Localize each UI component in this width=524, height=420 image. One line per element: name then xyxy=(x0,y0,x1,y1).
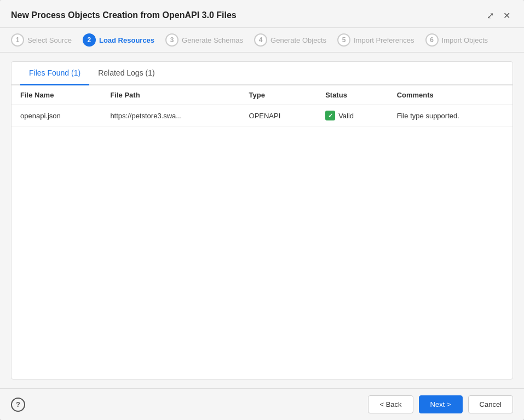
footer-right: < Back Next > Cancel xyxy=(368,395,513,413)
step-4-circle: 4 xyxy=(254,33,267,47)
footer: ? < Back Next > Cancel xyxy=(0,388,524,420)
tab-files-found[interactable]: Files Found (1) xyxy=(20,62,89,85)
step-5-number: 5 xyxy=(342,36,346,44)
step-2-label: Load Resources xyxy=(99,36,154,44)
step-6-label: Import Objects xyxy=(442,36,488,44)
step-3-label: Generate Schemas xyxy=(182,36,243,44)
tab-related-logs-label: Related Logs (1) xyxy=(98,68,155,77)
main-panel: Files Found (1) Related Logs (1) File Na… xyxy=(11,61,513,379)
title-bar-actions: ⤢ ✕ xyxy=(483,9,513,22)
step-2-number: 2 xyxy=(88,36,91,44)
help-button[interactable]: ? xyxy=(11,398,25,412)
step-5-label: Import Preferences xyxy=(354,36,414,44)
step-1[interactable]: 1 Select Source xyxy=(11,33,72,47)
step-6-number: 6 xyxy=(430,36,434,44)
table-container: File Name File Path Type Status Comments… xyxy=(11,85,513,379)
step-2-circle: 2 xyxy=(83,33,96,47)
step-1-label: Select Source xyxy=(27,36,72,44)
cell-status: ✓ Valid xyxy=(316,105,388,126)
cell-file-path: https://petstore3.swa... xyxy=(101,105,240,126)
close-icon: ✕ xyxy=(503,10,510,21)
col-file-name: File Name xyxy=(11,85,101,105)
back-button[interactable]: < Back xyxy=(368,395,413,413)
status-badge: ✓ Valid xyxy=(325,111,354,120)
content-area: Files Found (1) Related Logs (1) File Na… xyxy=(0,53,524,388)
step-6[interactable]: 6 Import Objects xyxy=(425,33,488,47)
expand-icon: ⤢ xyxy=(487,10,494,21)
files-table: File Name File Path Type Status Comments… xyxy=(11,85,513,126)
dialog: New Process Objects Creation from OpenAP… xyxy=(0,0,524,420)
title-bar: New Process Objects Creation from OpenAP… xyxy=(0,0,524,28)
valid-check-icon: ✓ xyxy=(325,111,335,120)
step-4-label: Generate Objects xyxy=(270,36,326,44)
col-type: Type xyxy=(240,85,317,105)
cell-comments: File type supported. xyxy=(388,105,513,126)
cell-type: OPENAPI xyxy=(240,105,317,126)
tab-related-logs[interactable]: Related Logs (1) xyxy=(89,62,164,85)
close-button[interactable]: ✕ xyxy=(500,9,513,22)
cancel-button[interactable]: Cancel xyxy=(468,395,513,413)
step-1-circle: 1 xyxy=(11,33,24,47)
step-1-number: 1 xyxy=(16,36,20,44)
step-4[interactable]: 4 Generate Objects xyxy=(254,33,326,47)
step-6-circle: 6 xyxy=(425,33,439,47)
tabs-header: Files Found (1) Related Logs (1) xyxy=(11,62,513,85)
expand-button[interactable]: ⤢ xyxy=(483,9,497,22)
tab-files-found-label: Files Found (1) xyxy=(29,68,80,77)
footer-left: ? xyxy=(11,398,25,412)
step-2[interactable]: 2 Load Resources xyxy=(83,33,154,47)
step-5-circle: 5 xyxy=(337,33,350,47)
help-icon: ? xyxy=(16,400,20,409)
step-3-circle: 3 xyxy=(165,33,178,47)
table-header-row: File Name File Path Type Status Comments xyxy=(11,85,513,105)
col-status: Status xyxy=(316,85,388,105)
cell-file-name: openapi.json xyxy=(11,105,101,126)
step-3-number: 3 xyxy=(170,36,174,44)
dialog-title: New Process Objects Creation from OpenAP… xyxy=(11,10,237,20)
col-comments: Comments xyxy=(388,85,513,105)
col-file-path: File Path xyxy=(101,85,240,105)
status-text: Valid xyxy=(338,112,354,120)
step-3[interactable]: 3 Generate Schemas xyxy=(165,33,243,47)
next-button[interactable]: Next > xyxy=(419,395,463,413)
step-5[interactable]: 5 Import Preferences xyxy=(337,33,414,47)
steps-bar: 1 Select Source 2 Load Resources 3 Gener… xyxy=(0,28,524,53)
table-row: openapi.json https://petstore3.swa... OP… xyxy=(11,105,513,126)
step-4-number: 4 xyxy=(259,36,263,44)
